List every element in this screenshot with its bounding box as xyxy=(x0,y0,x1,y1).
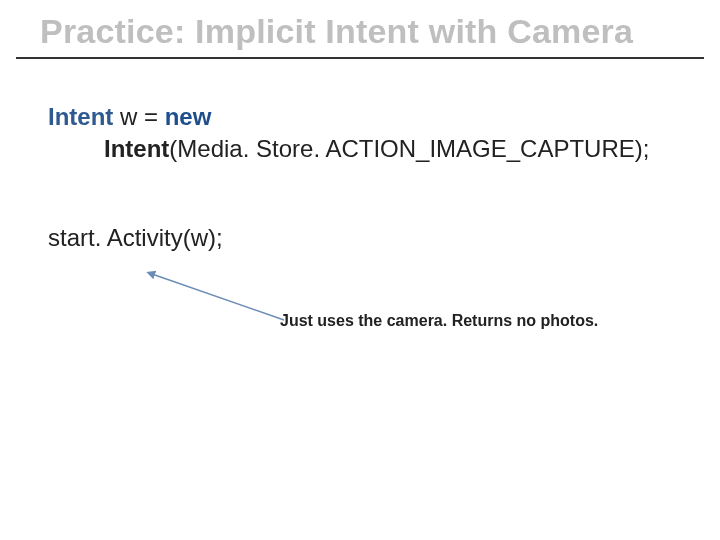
constructor-intent: Intent xyxy=(104,135,169,162)
annotation-text: Just uses the camera. Returns no photos. xyxy=(280,312,598,330)
annotation-group: Just uses the camera. Returns no photos. xyxy=(48,260,648,360)
code-line-1: Intent w = new xyxy=(48,101,720,133)
code-block: Intent w = new Intent(Media. Store. ACTI… xyxy=(0,59,720,254)
constructor-args: (Media. Store. ACTION_IMAGE_CAPTURE); xyxy=(169,135,649,162)
code-line-2: Intent(Media. Store. ACTION_IMAGE_CAPTUR… xyxy=(48,133,720,165)
keyword-new: new xyxy=(165,103,212,130)
slide-title: Practice: Implicit Intent with Camera xyxy=(16,0,704,59)
code-line-3: start. Activity(w); xyxy=(48,222,720,254)
svg-line-0 xyxy=(152,274,284,320)
type-intent: Intent xyxy=(48,103,113,130)
var-decl: w = xyxy=(113,103,164,130)
